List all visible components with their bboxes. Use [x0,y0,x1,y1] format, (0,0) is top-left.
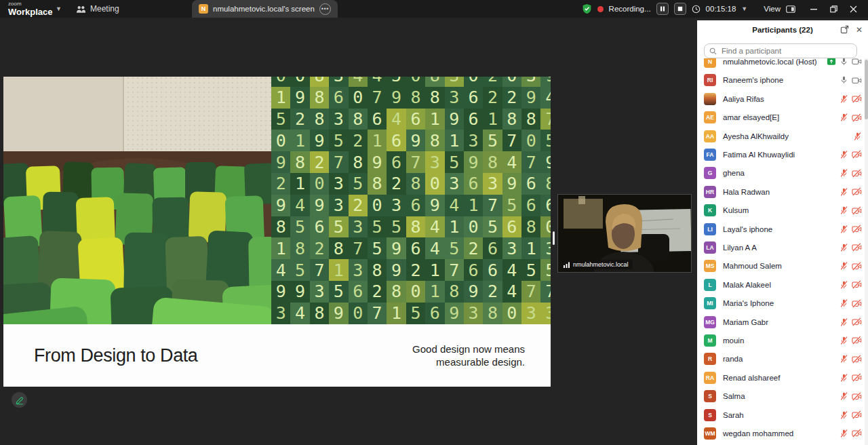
restore-button[interactable] [830,5,837,13]
mic-icon[interactable] [840,57,848,66]
panel-scrollbar-thumb[interactable] [865,60,868,119]
camera-icon[interactable] [852,76,862,85]
grid-digit: 4 [368,77,387,87]
participant-row[interactable]: Rranda [697,350,868,368]
grid-digit: 8 [540,173,551,195]
camera-off-icon[interactable] [852,187,862,196]
search-input[interactable] [720,46,852,56]
grid-digit: 4 [445,195,464,216]
camera-off-icon[interactable] [852,336,862,345]
participant-name: Mahmoud Salem [723,262,840,270]
grid-digit: 1 [425,259,444,281]
camera-off-icon[interactable] [852,243,862,252]
popout-icon[interactable] [840,25,849,34]
grid-digit: 5 [271,109,290,130]
mic-off-icon[interactable] [840,391,848,401]
participant-row[interactable]: WMwegdan mohammed [697,424,868,442]
camera-off-icon[interactable] [852,317,862,326]
camera-off-icon[interactable] [852,355,862,364]
participant-row[interactable]: HRHala Radwan [697,182,868,201]
participant-row[interactable]: LILayal's iphone [697,220,868,238]
tab-meeting[interactable]: Meeting [76,0,119,18]
security-shield-icon[interactable] [582,3,592,14]
timer-chevron-icon[interactable]: ▼ [741,5,747,12]
camera-off-icon[interactable] [852,262,862,271]
camera-off-icon[interactable] [852,410,862,419]
mic-off-icon[interactable] [840,187,848,197]
mic-off-icon[interactable] [840,94,848,104]
camera-off-icon[interactable] [852,150,862,159]
mic-off-icon[interactable] [853,132,862,141]
grid-digit: 9 [464,151,483,173]
annotate-button[interactable] [12,392,27,408]
mic-off-icon[interactable] [840,373,848,383]
participant-row[interactable]: LMalak Alakeel [697,275,868,294]
close-panel-icon[interactable]: ✕ [856,26,863,34]
participant-row[interactable]: SSalma [697,387,868,406]
tab-shared-screen[interactable]: N nmulahmetovic.local's screen ••• [192,0,338,18]
grid-row: 982789673598479 [271,151,551,173]
camera-off-icon[interactable] [852,206,862,215]
camera-off-icon[interactable] [852,429,862,438]
camera-off-icon[interactable] [852,225,862,233]
view-layout-icon[interactable] [786,5,795,13]
participant-row[interactable]: RIRaneem's iphone [697,71,868,90]
grid-digit: 5 [349,173,368,195]
mic-off-icon[interactable] [840,298,848,308]
mic-off-icon[interactable] [840,429,848,438]
mic-off-icon[interactable] [840,206,848,215]
grid-digit: 9 [387,87,406,109]
participant-row[interactable]: SSarah [697,406,868,424]
host-video-thumbnail[interactable]: nmulahmetovic.local [557,194,692,273]
avatar: HR [704,186,716,198]
mic-off-icon[interactable] [840,410,848,420]
participant-row[interactable]: MIMaria's Iphone [697,294,868,313]
camera-off-icon[interactable] [852,113,862,122]
participant-row[interactable]: Aaliya Rifas [697,90,868,108]
mic-off-icon[interactable] [840,280,848,290]
participant-row[interactable]: LALilyan A A [697,238,868,256]
grid-digit: 4 [425,216,444,238]
mic-off-icon[interactable] [840,225,848,234]
grid-digit: 3 [521,77,540,87]
tab-options-icon[interactable]: ••• [319,3,331,15]
camera-off-icon[interactable] [852,169,862,178]
participant-row[interactable]: MGMariam Gabr [697,313,868,331]
mic-off-icon[interactable] [840,336,848,345]
participant-row[interactable]: Mmouin [697,331,868,349]
mic-off-icon[interactable] [840,354,848,364]
chevron-down-icon[interactable]: ▼ [56,5,62,12]
close-button[interactable] [850,5,857,13]
participant-row[interactable]: AEamar elsayed[E] [697,109,868,127]
camera-off-icon[interactable] [852,280,862,289]
grid-digit: 4 [349,77,368,87]
participant-row[interactable]: RARenad alshareef [697,368,868,387]
grid-digit: 9 [445,303,464,324]
camera-off-icon[interactable] [852,299,862,308]
camera-icon[interactable] [852,57,862,66]
grid-digit: 5 [445,151,464,173]
participant-row[interactable]: FAFatima Al Khuwaylidi [697,145,868,163]
participant-row[interactable]: AAAyesha AlKhwaildy [697,127,868,145]
grid-digit: 6 [464,87,483,109]
thumbnail-collapse-handle[interactable] [553,231,555,245]
participant-row[interactable]: Gghena [697,164,868,182]
mic-off-icon[interactable] [840,150,848,159]
mic-off-icon[interactable] [840,261,848,271]
pause-recording-button[interactable] [656,3,669,15]
mic-off-icon[interactable] [840,168,848,178]
camera-off-icon[interactable] [852,373,862,382]
camera-off-icon[interactable] [852,94,862,103]
grid-digit: 8 [368,173,387,195]
mic-off-icon[interactable] [840,243,848,252]
participant-search[interactable] [704,43,857,58]
participant-status-icons [840,150,862,159]
mic-off-icon[interactable] [840,113,848,122]
minimize-button[interactable] [810,5,818,13]
mic-icon[interactable] [840,75,848,85]
camera-off-icon[interactable] [852,392,862,401]
participant-row[interactable]: KKulsum [697,201,868,220]
mic-off-icon[interactable] [840,317,848,327]
stop-recording-button[interactable] [674,3,686,15]
participant-row[interactable]: MSMahmoud Salem [697,257,868,275]
